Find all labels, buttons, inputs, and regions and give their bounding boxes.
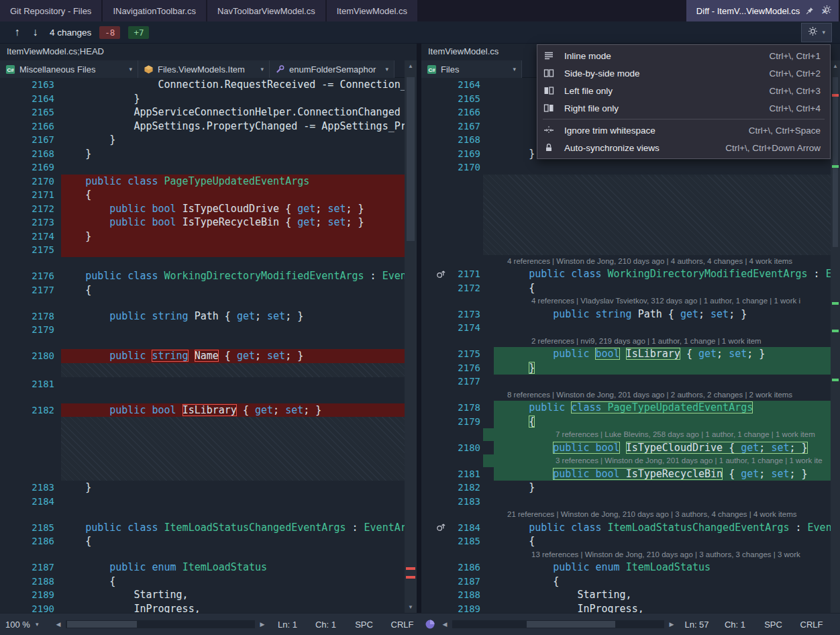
code-content[interactable] <box>61 243 405 257</box>
scroll-up-arrow[interactable]: ▲ <box>831 60 840 72</box>
code-content[interactable]: } <box>61 147 405 161</box>
menu-item-side-by-side-mode[interactable]: Side-by-side modeCtrl+\, Ctrl+2 <box>537 64 830 82</box>
scrollbar-thumb[interactable] <box>67 621 137 628</box>
scroll-up-arrow[interactable]: ▲ <box>405 60 417 72</box>
code-content[interactable]: public class WorkingDirectoryModifiedEve… <box>61 269 405 283</box>
tab-itemviewmodel-cs[interactable]: ItemViewModel.cs <box>327 0 417 21</box>
code-content[interactable]: public bool IsTypeRecycleBin { get; set;… <box>61 215 405 230</box>
code-content[interactable]: AppSettings.PropertyChanged -= AppSettin… <box>61 119 405 134</box>
code-content[interactable]: } <box>61 230 405 244</box>
scrollbar-thumb[interactable] <box>527 621 616 628</box>
code-content[interactable]: { <box>61 188 405 202</box>
right-indentation-indicator[interactable]: SPC <box>754 620 792 630</box>
code-content[interactable] <box>61 377 405 391</box>
pane-splitter[interactable] <box>417 44 421 613</box>
code-content[interactable]: public enum ItemLoadStatus <box>61 560 405 575</box>
zoom-control[interactable]: 100 % ▾ <box>0 620 52 630</box>
tab-navtoolbarviewmodel-cs[interactable]: NavToolbarViewModel.cs <box>207 0 325 21</box>
scrollbar-thumb[interactable] <box>833 77 838 247</box>
scroll-right-arrow[interactable]: ▶ <box>256 621 268 628</box>
code-content[interactable] <box>494 495 831 509</box>
code-content[interactable] <box>494 375 831 389</box>
code-content[interactable]: } <box>494 481 831 495</box>
code-content[interactable]: } <box>61 481 405 495</box>
scroll-left-arrow[interactable]: ◀ <box>52 621 64 628</box>
right-horizontal-scrollbar[interactable] <box>452 620 664 628</box>
code-content[interactable]: public string Path { get; set; } <box>494 307 831 322</box>
references-icon[interactable] <box>432 522 450 532</box>
codelens-text[interactable]: 2 references | nvi9, 219 days ago | 1 au… <box>483 335 831 348</box>
code-content[interactable]: InProgress, <box>61 602 405 614</box>
code-content[interactable]: Starting, <box>61 588 405 602</box>
code-content[interactable]: Starting, <box>494 588 831 602</box>
codelens-text[interactable]: 8 references | Winston de Jong, 201 days… <box>483 389 831 401</box>
code-content[interactable]: { <box>61 575 405 589</box>
code-content[interactable]: AppServiceConnectionHelper.ConnectionCha… <box>61 105 405 119</box>
next-change-button[interactable]: ↓ <box>26 26 44 38</box>
codelens-text[interactable]: 3 references | Winston de Jong, 201 days… <box>483 454 831 467</box>
code-content[interactable]: public bool IsTypeRecycleBin { get; set;… <box>494 467 831 481</box>
code-content[interactable]: { <box>494 534 831 548</box>
left-vertical-scrollbar[interactable]: ▲ ▼ <box>405 60 417 613</box>
right-vertical-scrollbar[interactable]: ▲ ▼ <box>831 60 840 631</box>
code-content[interactable]: public string Path { get; set; } <box>61 309 405 324</box>
previous-change-button[interactable]: ↑ <box>8 26 26 38</box>
code-content[interactable] <box>494 321 831 335</box>
code-content[interactable]: { <box>494 415 831 429</box>
codelens-text[interactable]: 4 references | Vladyslav Tsvietkov, 312 … <box>483 295 831 307</box>
scrollbar-thumb[interactable] <box>407 77 415 242</box>
code-content[interactable] <box>61 160 405 175</box>
menu-item-auto-synchronize-views[interactable]: Auto-synchronize viewsCtrl+\, Ctrl+Down … <box>537 139 830 156</box>
code-content[interactable]: public bool IsLibrary { get; set; } <box>61 403 405 418</box>
code-content[interactable]: public string Name { get; set; } <box>61 349 405 363</box>
left-line-ending-indicator[interactable]: CRLF <box>383 620 421 630</box>
tab-inavigationtoolbar-cs[interactable]: INavigationToolbar.cs <box>103 0 206 21</box>
code-content[interactable] <box>61 495 405 509</box>
right-line-ending-indicator[interactable]: CRLF <box>792 620 831 630</box>
codelens-text[interactable]: 4 references | Winston de Jong, 210 days… <box>483 255 831 268</box>
code-content[interactable]: public bool IsTypeCloudDrive { get; set;… <box>494 441 831 455</box>
breadcrumb-dropdown-miscellaneous-files[interactable]: C#Miscellaneous Files▾ <box>0 60 138 78</box>
code-content[interactable]: } <box>61 133 405 147</box>
references-icon[interactable] <box>432 269 450 279</box>
code-content[interactable]: public class WorkingDirectoryModifiedEve… <box>494 267 831 281</box>
breadcrumb-dropdown-enumfoldersemaphor[interactable]: enumFolderSemaphor▾ <box>270 60 395 78</box>
code-content[interactable]: { <box>61 534 405 548</box>
scroll-left-arrow[interactable]: ◀ <box>439 621 451 628</box>
code-content[interactable] <box>494 160 831 175</box>
codelens-text[interactable]: 13 references | Winston de Jong, 210 day… <box>483 548 831 561</box>
window-gear-button[interactable] <box>817 0 837 21</box>
code-content[interactable]: public class ItemLoadStatusChangedEventA… <box>494 521 831 535</box>
code-content[interactable]: InProgress, <box>494 602 831 614</box>
codelens-text[interactable]: 21 references | Winston de Jong, 210 day… <box>483 508 831 521</box>
menu-item-left-file-only[interactable]: Left file onlyCtrl+\, Ctrl+3 <box>537 82 830 99</box>
scrollbar-track[interactable] <box>405 72 417 601</box>
code-content[interactable]: } <box>494 361 831 375</box>
tab-diff-itemv-viewmodel-cs[interactable]: Diff - ItemV...ViewModel.cs× <box>686 0 839 21</box>
left-horizontal-scrollbar[interactable] <box>66 620 255 628</box>
menu-item-inline-mode[interactable]: Inline modeCtrl+\, Ctrl+1 <box>537 47 830 64</box>
menu-item-ignore-trim-whitespace[interactable]: Ignore trim whitespaceCtrl+\, Ctrl+Space <box>537 121 830 139</box>
code-content[interactable]: Connection.RequestReceived -= Connection… <box>61 78 405 92</box>
left-indentation-indicator[interactable]: SPC <box>345 620 383 630</box>
code-content[interactable]: public class ItemLoadStatusChangedEventA… <box>61 521 405 535</box>
left-editor[interactable]: 2163 Connection.RequestReceived -= Conne… <box>0 78 405 613</box>
scroll-down-arrow[interactable]: ▼ <box>405 601 417 613</box>
menu-item-right-file-only[interactable]: Right file onlyCtrl+\, Ctrl+4 <box>537 99 830 117</box>
breadcrumb-dropdown-files-viewmodels-item[interactable]: Files.ViewModels.Item▾ <box>138 60 270 78</box>
codelens-text[interactable]: 7 references | Luke Blevins, 258 days ag… <box>483 428 831 441</box>
code-content[interactable]: { <box>494 281 831 295</box>
scroll-right-arrow[interactable]: ▶ <box>666 621 678 628</box>
code-content[interactable]: } <box>61 92 405 106</box>
breadcrumb-dropdown-files[interactable]: C#Files▾ <box>421 60 522 78</box>
code-content[interactable]: { <box>61 283 405 297</box>
tab-git-repository-files[interactable]: Git Repository - Files <box>0 0 101 21</box>
code-content[interactable]: public bool IsTypeCloudDrive { get; set;… <box>61 202 405 216</box>
code-content[interactable]: { <box>494 575 831 589</box>
code-content[interactable]: public class PageTypeUpdatedEventArgs <box>494 401 831 415</box>
code-content[interactable]: public bool IsLibrary { get; set; } <box>494 347 831 361</box>
code-content[interactable] <box>61 323 405 337</box>
diff-settings-button[interactable]: ▾ <box>801 23 832 42</box>
code-content[interactable]: public class PageTypeUpdatedEventArgs <box>61 175 405 189</box>
scrollbar-track[interactable] <box>831 72 840 620</box>
